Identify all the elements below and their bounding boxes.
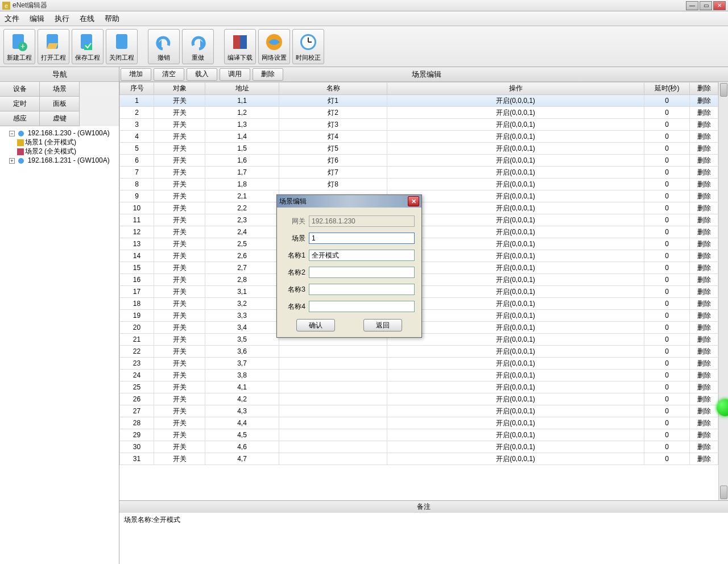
nav-device[interactable]: 设备 bbox=[0, 82, 40, 97]
table-row[interactable]: 22开关3,6开启(0,0,0,1)0删除 bbox=[120, 346, 718, 358]
name2-field[interactable] bbox=[309, 267, 415, 278]
name1-field[interactable] bbox=[309, 250, 415, 261]
cell-del[interactable]: 删除 bbox=[690, 441, 718, 453]
open-project-button[interactable]: 打开工程 bbox=[38, 29, 69, 64]
cell-del[interactable]: 删除 bbox=[690, 238, 718, 250]
cell-del[interactable]: 删除 bbox=[690, 214, 718, 226]
cell-del[interactable]: 删除 bbox=[690, 358, 718, 370]
cell-del[interactable]: 删除 bbox=[690, 405, 718, 417]
cell-del[interactable]: 删除 bbox=[690, 143, 718, 155]
network-settings-button[interactable]: 网络设置 bbox=[258, 29, 290, 64]
table-row[interactable]: 4开关1,4灯4开启(0,0,0,1)0删除 bbox=[120, 131, 718, 143]
nav-scene[interactable]: 场景 bbox=[40, 82, 80, 97]
scene-delete-button[interactable]: 删除 bbox=[253, 68, 283, 81]
cell-del[interactable]: 删除 bbox=[690, 417, 718, 429]
table-row[interactable]: 1开关1,1灯1开启(0,0,0,1)0删除 bbox=[120, 95, 718, 107]
cell-del[interactable]: 删除 bbox=[690, 226, 718, 238]
table-row[interactable]: 23开关3,7开启(0,0,0,1)0删除 bbox=[120, 358, 718, 370]
col-name[interactable]: 名称 bbox=[279, 82, 387, 95]
tree-expand-icon[interactable]: + bbox=[9, 158, 15, 164]
cell-del[interactable]: 删除 bbox=[690, 381, 718, 393]
cell-del[interactable]: 删除 bbox=[690, 190, 718, 202]
table-row[interactable]: 31开关4,7开启(0,0,0,1)0删除 bbox=[120, 453, 718, 465]
table-row[interactable]: 25开关4,1开启(0,0,0,1)0删除 bbox=[120, 381, 718, 393]
table-row[interactable]: 7开关1,7灯7开启(0,0,0,1)0删除 bbox=[120, 167, 718, 179]
cell-del[interactable]: 删除 bbox=[690, 274, 718, 286]
col-delay[interactable]: 延时(秒) bbox=[644, 82, 690, 95]
cell-del[interactable]: 删除 bbox=[690, 131, 718, 143]
table-row[interactable]: 5开关1,5灯5开启(0,0,0,1)0删除 bbox=[120, 143, 718, 155]
scene-load-button[interactable]: 载入 bbox=[187, 68, 217, 81]
tree-collapse-icon[interactable]: − bbox=[9, 131, 15, 136]
table-row[interactable]: 6开关1,6灯6开启(0,0,0,1)0删除 bbox=[120, 155, 718, 167]
cell-del[interactable]: 删除 bbox=[690, 179, 718, 190]
nav-timer[interactable]: 定时 bbox=[0, 97, 40, 111]
table-row[interactable]: 30开关4,6开启(0,0,0,1)0删除 bbox=[120, 441, 718, 453]
table-row[interactable]: 8开关1,8灯8开启(0,0,0,1)0删除 bbox=[120, 179, 718, 190]
nav-panel[interactable]: 面板 bbox=[40, 97, 80, 111]
maximize-button[interactable]: ▭ bbox=[700, 1, 712, 10]
cell-del[interactable]: 删除 bbox=[690, 310, 718, 322]
dialog-ok-button[interactable]: 确认 bbox=[296, 319, 335, 331]
name3-field[interactable] bbox=[309, 284, 415, 295]
cell-del[interactable]: 删除 bbox=[690, 250, 718, 262]
cell-del[interactable]: 删除 bbox=[690, 298, 718, 310]
cell-del[interactable]: 删除 bbox=[690, 334, 718, 346]
scene-add-button[interactable]: 增加 bbox=[121, 68, 151, 81]
cell-del[interactable]: 删除 bbox=[690, 95, 718, 107]
close-project-button[interactable]: 关闭工程 bbox=[106, 29, 138, 64]
menu-online[interactable]: 在线 bbox=[80, 14, 94, 24]
nav-vkey[interactable]: 虚键 bbox=[40, 111, 80, 126]
cell-del[interactable]: 删除 bbox=[690, 107, 718, 119]
col-seq[interactable]: 序号 bbox=[120, 82, 154, 95]
menu-file[interactable]: 文件 bbox=[5, 14, 19, 24]
save-project-button[interactable]: 保存工程 bbox=[72, 29, 104, 64]
name4-field[interactable] bbox=[309, 301, 415, 312]
close-button[interactable]: ✕ bbox=[713, 1, 726, 10]
menu-help[interactable]: 帮助 bbox=[105, 14, 119, 24]
redo-button[interactable]: 重做 bbox=[182, 29, 214, 64]
cell-del[interactable]: 删除 bbox=[690, 346, 718, 358]
tree-node[interactable]: 场景1 (全开模式) bbox=[17, 138, 118, 147]
table-row[interactable]: 26开关4,2开启(0,0,0,1)0删除 bbox=[120, 393, 718, 405]
col-op[interactable]: 操作 bbox=[387, 82, 644, 95]
table-row[interactable]: 29开关4,5开启(0,0,0,1)0删除 bbox=[120, 429, 718, 441]
col-addr[interactable]: 地址 bbox=[205, 82, 279, 95]
col-obj[interactable]: 对象 bbox=[154, 82, 205, 95]
scroll-up-icon[interactable] bbox=[720, 83, 727, 97]
cell-del[interactable]: 删除 bbox=[690, 155, 718, 167]
cell-del[interactable]: 删除 bbox=[690, 370, 718, 381]
cell-del[interactable]: 删除 bbox=[690, 453, 718, 465]
dialog-titlebar[interactable]: 场景编辑 ✕ bbox=[277, 195, 421, 208]
tree-node[interactable]: − 192.168.1.230 - (GW100A) 场景1 (全开模式) 场景… bbox=[9, 128, 118, 156]
vertical-scrollbar[interactable] bbox=[718, 82, 728, 500]
dialog-back-button[interactable]: 返回 bbox=[363, 319, 402, 331]
nav-sensor[interactable]: 感应 bbox=[0, 111, 40, 126]
compile-download-button[interactable]: 编译下载 bbox=[224, 29, 256, 64]
new-project-button[interactable]: +新建工程 bbox=[3, 29, 35, 64]
table-row[interactable]: 28开关4,4开启(0,0,0,1)0删除 bbox=[120, 417, 718, 429]
menu-exec[interactable]: 执行 bbox=[55, 14, 69, 24]
scene-call-button[interactable]: 调用 bbox=[220, 68, 250, 81]
table-row[interactable]: 27开关4,3开启(0,0,0,1)0删除 bbox=[120, 405, 718, 417]
table-row[interactable]: 24开关3,8开启(0,0,0,1)0删除 bbox=[120, 370, 718, 381]
cell-del[interactable]: 删除 bbox=[690, 167, 718, 179]
cell-del[interactable]: 删除 bbox=[690, 393, 718, 405]
scroll-down-icon[interactable] bbox=[720, 486, 727, 499]
cell-del[interactable]: 删除 bbox=[690, 286, 718, 298]
scene-field[interactable] bbox=[309, 233, 415, 244]
tree-node[interactable]: + 192.168.1.231 - (GW100A) bbox=[9, 156, 118, 165]
cell-del[interactable]: 删除 bbox=[690, 262, 718, 274]
table-row[interactable]: 3开关1,3灯3开启(0,0,0,1)0删除 bbox=[120, 119, 718, 131]
col-del[interactable]: 删除 bbox=[690, 82, 718, 95]
cell-del[interactable]: 删除 bbox=[690, 429, 718, 441]
table-row[interactable]: 2开关1,2灯2开启(0,0,0,1)0删除 bbox=[120, 107, 718, 119]
cell-del[interactable]: 删除 bbox=[690, 202, 718, 214]
undo-button[interactable]: 撤销 bbox=[148, 29, 180, 64]
minimize-button[interactable]: — bbox=[686, 1, 698, 10]
cell-del[interactable]: 删除 bbox=[690, 322, 718, 334]
dialog-close-button[interactable]: ✕ bbox=[408, 196, 419, 206]
time-correction-button[interactable]: 时间校正 bbox=[292, 29, 324, 64]
scene-clear-button[interactable]: 清空 bbox=[154, 68, 184, 81]
menu-edit[interactable]: 编辑 bbox=[30, 14, 44, 24]
